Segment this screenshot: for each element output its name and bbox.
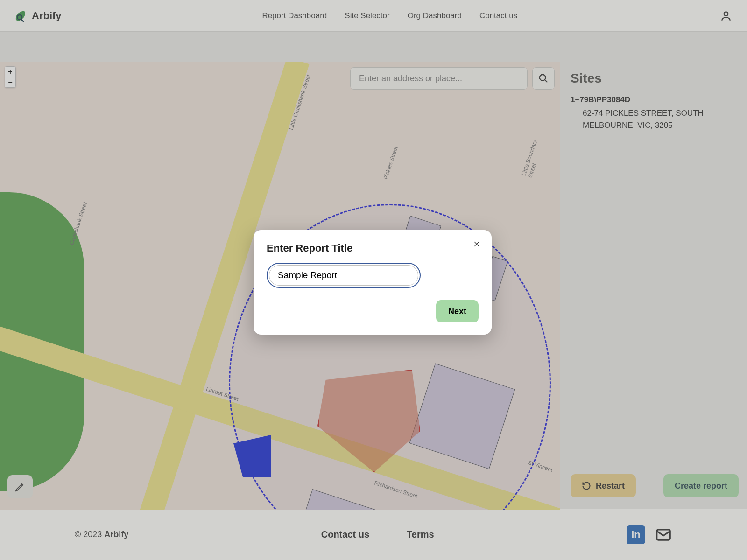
svg-point-3	[540, 75, 546, 81]
svg-line-4	[545, 80, 548, 83]
address-search-input[interactable]	[350, 67, 528, 90]
search-icon	[538, 73, 549, 84]
app-footer: © 2023 Arbify Contact us Terms in	[0, 509, 747, 560]
street-label: St Vincent	[527, 459, 553, 473]
brand-name: Arbify	[32, 10, 62, 22]
sites-panel-title: Sites	[571, 71, 739, 86]
nav-report-dashboard[interactable]: Report Dashboard	[262, 11, 327, 21]
modal-input-focus-ring	[267, 263, 421, 288]
modal-close-button[interactable]	[471, 239, 482, 251]
restart-label: Restart	[596, 481, 625, 491]
close-icon	[473, 240, 480, 248]
user-icon	[720, 10, 732, 22]
footer-contact-link[interactable]: Contact us	[321, 529, 369, 540]
next-button[interactable]: Next	[436, 300, 479, 322]
nav-org-dashboard[interactable]: Org Dashboard	[408, 11, 462, 21]
restart-icon	[582, 481, 591, 490]
footer-copyright: © 2023 Arbify	[75, 530, 128, 539]
brand-logo[interactable]: Arbify	[13, 8, 62, 24]
leaf-icon	[13, 8, 29, 24]
zoom-out-button[interactable]: −	[5, 77, 15, 87]
footer-links: Contact us Terms	[321, 529, 434, 540]
app-header: Arbify Report Dashboard Site Selector Or…	[0, 0, 747, 32]
divider	[571, 136, 739, 136]
zoom-in-button[interactable]: +	[5, 67, 15, 77]
copyright-prefix: © 2023	[75, 530, 104, 539]
street-label: Pickles Street	[382, 146, 399, 180]
mail-icon[interactable]	[655, 526, 672, 544]
nav-site-selector[interactable]: Site Selector	[345, 11, 389, 21]
street-label: Little Boundary Street	[521, 126, 549, 178]
search-button[interactable]	[532, 67, 555, 90]
sites-panel: Sites 1~79B\PP3084D 62-74 PICKLES STREET…	[560, 62, 747, 509]
draw-tool-button[interactable]	[7, 475, 33, 498]
panel-actions: Restart Create report	[571, 474, 739, 497]
nav-contact-us[interactable]: Contact us	[479, 11, 517, 21]
report-title-modal: Enter Report Title Next	[254, 230, 492, 335]
site-item[interactable]: 1~79B\PP3084D 62-74 PICKLES STREET, SOUT…	[571, 95, 739, 136]
footer-brand: Arbify	[104, 530, 128, 539]
footer-terms-link[interactable]: Terms	[407, 529, 434, 540]
svg-line-1	[21, 19, 23, 21]
create-report-label: Create report	[675, 481, 727, 491]
zoom-control: + −	[5, 66, 16, 88]
map-search	[350, 67, 555, 90]
user-menu-button[interactable]	[718, 8, 734, 24]
restart-button[interactable]: Restart	[571, 474, 636, 497]
site-address: 62-74 PICKLES STREET, SOUTH MELBOURNE, V…	[571, 107, 739, 131]
next-label: Next	[448, 307, 466, 316]
main-nav: Report Dashboard Site Selector Org Dashb…	[262, 11, 517, 21]
pencil-icon	[14, 481, 26, 492]
modal-title: Enter Report Title	[267, 242, 479, 254]
footer-social: in	[627, 525, 672, 544]
svg-point-2	[724, 12, 728, 16]
linkedin-icon[interactable]: in	[627, 525, 645, 544]
report-title-input[interactable]	[269, 265, 418, 286]
modal-actions: Next	[267, 300, 479, 322]
site-code: 1~79B\PP3084D	[571, 95, 739, 105]
create-report-button[interactable]: Create report	[663, 474, 739, 497]
